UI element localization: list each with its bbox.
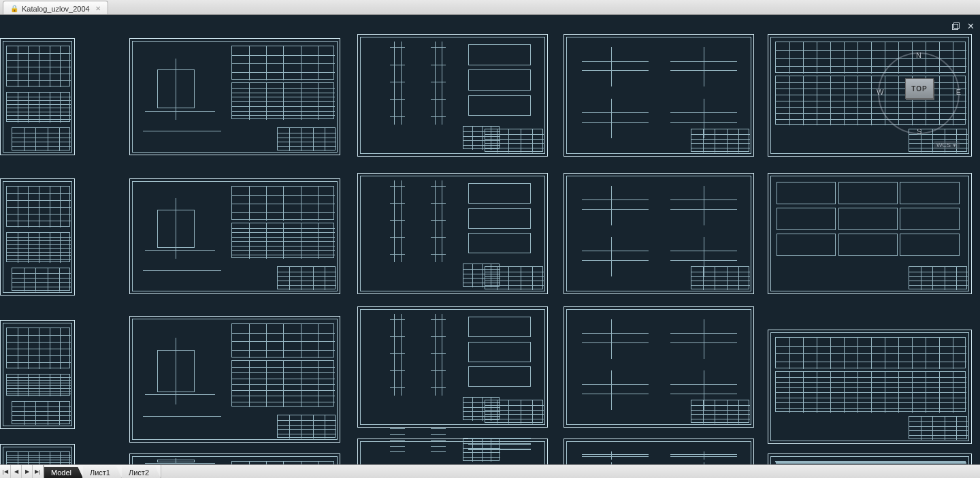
drawing-sheet: [129, 38, 340, 155]
drawing-sheet: [129, 453, 340, 464]
chevron-down-icon: ▼: [952, 143, 957, 148]
layout-tab-model[interactable]: Model: [44, 466, 83, 478]
drawing-sheet: [564, 173, 754, 294]
drawing-sheet: [357, 306, 548, 428]
drawing-sheet: [564, 306, 754, 428]
viewcube-face[interactable]: TOP: [905, 78, 934, 99]
drawing-sheet: [564, 439, 754, 464]
layout-tab-лист1[interactable]: Лист1: [83, 466, 122, 478]
file-tab-bar: 🔒 Katalog_uzlov_2004 ✕: [0, 0, 980, 15]
drawing-sheet: [129, 316, 340, 443]
drawing-sheet: [768, 453, 972, 464]
drawing-sheet: [129, 178, 340, 294]
viewcube-north[interactable]: N: [916, 51, 921, 59]
viewport-controls: ✕: [950, 20, 976, 31]
viewcube-south[interactable]: S: [917, 127, 921, 136]
lock-icon: 🔒: [10, 5, 18, 12]
layout-tab-bar: |◀ ◀ ▶ ▶| ModelЛист1Лист2: [0, 464, 980, 478]
drawing-canvas[interactable]: ✕ TOP N S E W WCS▼: [0, 15, 980, 464]
app-frame: 🔒 Katalog_uzlov_2004 ✕ ✕ TOP N S E W WCS…: [0, 0, 980, 478]
status-strip: [161, 465, 980, 478]
drawing-sheet: [357, 439, 548, 464]
drawing-sheet: [0, 178, 75, 296]
layout-nav-last[interactable]: ▶|: [33, 465, 44, 478]
drawing-sheet: [0, 38, 75, 155]
viewcube-wcs[interactable]: WCS▼: [934, 141, 960, 149]
viewcube-west[interactable]: W: [877, 88, 883, 96]
viewcube-east[interactable]: E: [956, 88, 961, 96]
layout-nav: |◀ ◀ ▶ ▶|: [0, 465, 44, 478]
layout-tab-лист2[interactable]: Лист2: [122, 466, 161, 478]
drawing-sheet: [357, 173, 548, 294]
viewport-close-icon[interactable]: ✕: [965, 20, 976, 31]
layout-nav-next[interactable]: ▶: [22, 465, 33, 478]
svg-rect-0: [952, 24, 958, 29]
file-tab-close-icon[interactable]: ✕: [95, 5, 101, 12]
layout-nav-first[interactable]: |◀: [0, 465, 11, 478]
svg-rect-1: [953, 22, 959, 28]
file-tab[interactable]: 🔒 Katalog_uzlov_2004 ✕: [3, 1, 108, 14]
file-tab-title: Katalog_uzlov_2004: [22, 5, 90, 13]
layout-tabs: ModelЛист1Лист2: [44, 465, 161, 478]
drawing-sheet: [768, 330, 972, 444]
viewcube[interactable]: TOP N S E W WCS▼: [878, 52, 960, 134]
layout-nav-prev[interactable]: ◀: [11, 465, 22, 478]
drawing-sheet: [768, 173, 972, 294]
viewport-restore-icon[interactable]: [950, 20, 961, 31]
drawing-sheet: [0, 444, 75, 464]
drawing-sheet: [0, 320, 75, 429]
drawing-sheet: [357, 34, 548, 157]
drawing-sheet: [564, 34, 754, 157]
